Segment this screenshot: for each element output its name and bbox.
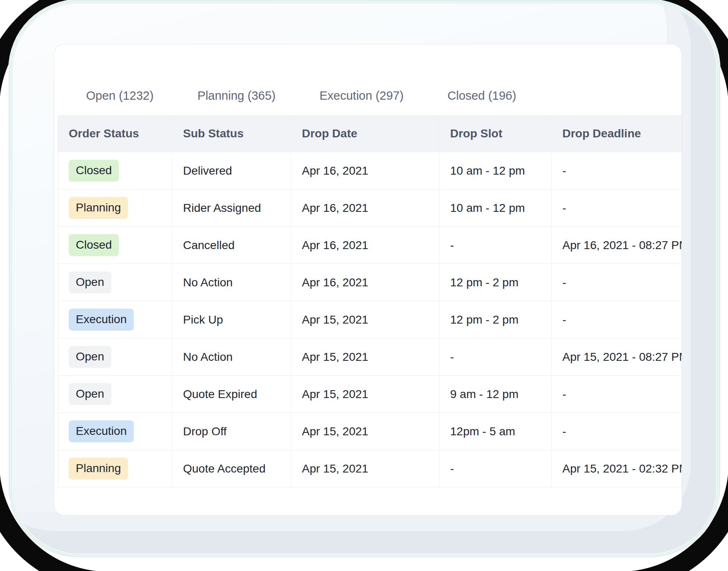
- drop-date-cell: Apr 16, 2021: [291, 264, 439, 301]
- tab-execution[interactable]: Execution (297): [319, 89, 403, 103]
- sub-status-cell: No Action: [172, 264, 291, 301]
- drop-date-cell: Apr 16, 2021: [291, 152, 439, 189]
- status-badge-open: Open: [69, 346, 111, 367]
- order-status-cell: Planning: [58, 450, 172, 487]
- column-header-sub-status: Sub Status: [172, 115, 291, 152]
- status-badge-open: Open: [69, 383, 111, 405]
- orders-table: Order StatusSub StatusDrop DateDrop Slot…: [58, 115, 682, 487]
- sub-status-cell: Delivered: [172, 152, 291, 189]
- sub-status-cell: Cancelled: [172, 227, 291, 264]
- order-status-cell: Execution: [58, 413, 172, 450]
- drop-deadline-cell: -: [552, 152, 682, 189]
- status-badge-planning: Planning: [69, 458, 128, 479]
- drop-slot-cell: 9 am - 12 pm: [439, 376, 552, 413]
- drop-date-cell: Apr 16, 2021: [291, 227, 439, 264]
- device-frame: Open (1232)Planning (365)Execution (297)…: [12, 3, 716, 554]
- tab-open[interactable]: Open (1232): [86, 89, 154, 103]
- table-row[interactable]: PlanningQuote AcceptedApr 15, 2021-Apr 1…: [58, 450, 682, 487]
- drop-date-cell: Apr 16, 2021: [291, 190, 439, 226]
- tab-closed[interactable]: Closed (196): [448, 89, 516, 103]
- drop-slot-cell: 12pm - 5 am: [439, 413, 552, 450]
- drop-deadline-cell: Apr 16, 2021 - 08:27 PM: [552, 227, 682, 264]
- drop-deadline-cell: Apr 15, 2021 - 08:27 PM: [552, 338, 682, 375]
- table-row[interactable]: OpenNo ActionApr 15, 2021-Apr 15, 2021 -…: [58, 338, 682, 376]
- table-row[interactable]: ExecutionPick UpApr 15, 202112 pm - 2 pm…: [58, 301, 682, 338]
- drop-slot-cell: 12 pm - 2 pm: [439, 301, 552, 338]
- table-row[interactable]: OpenNo ActionApr 16, 202112 pm - 2 pm-: [58, 264, 682, 301]
- table-row[interactable]: PlanningRider AssignedApr 16, 202110 am …: [58, 190, 682, 227]
- order-status-cell: Open: [58, 376, 172, 413]
- drop-deadline-cell: Apr 15, 2021 - 02:32 PM: [552, 450, 682, 487]
- order-status-cell: Closed: [58, 227, 172, 264]
- drop-date-cell: Apr 15, 2021: [291, 450, 439, 487]
- order-status-cell: Open: [58, 338, 172, 375]
- order-status-cell: Closed: [58, 152, 172, 189]
- drop-deadline-cell: -: [552, 190, 682, 226]
- table-row[interactable]: ClosedCancelledApr 16, 2021-Apr 16, 2021…: [58, 227, 682, 264]
- table-body: ClosedDeliveredApr 16, 202110 am - 12 pm…: [58, 152, 682, 487]
- drop-deadline-cell: -: [552, 413, 682, 450]
- table-row[interactable]: ClosedDeliveredApr 16, 202110 am - 12 pm…: [58, 152, 682, 190]
- column-header-drop-date: Drop Date: [291, 115, 439, 152]
- order-status-cell: Execution: [58, 301, 172, 338]
- drop-slot-cell: 10 am - 12 pm: [439, 190, 552, 226]
- status-badge-open: Open: [69, 271, 111, 293]
- sub-status-cell: Quote Accepted: [172, 450, 291, 487]
- sub-status-cell: Quote Expired: [172, 376, 291, 413]
- drop-date-cell: Apr 15, 2021: [291, 301, 439, 338]
- column-header-drop-deadline: Drop Deadline: [552, 115, 682, 152]
- status-badge-closed: Closed: [69, 234, 119, 256]
- sub-status-cell: Rider Assigned: [172, 190, 291, 226]
- sub-status-cell: Pick Up: [172, 301, 291, 338]
- status-badge-execution: Execution: [69, 420, 134, 442]
- screenshot-stage: Open (1232)Planning (365)Execution (297)…: [0, 0, 728, 571]
- sub-status-cell: Drop Off: [172, 413, 291, 450]
- column-header-drop-slot: Drop Slot: [439, 115, 552, 152]
- table-row[interactable]: OpenQuote ExpiredApr 15, 20219 am - 12 p…: [58, 376, 682, 413]
- drop-deadline-cell: -: [552, 264, 682, 301]
- drop-slot-cell: -: [439, 338, 552, 375]
- drop-deadline-cell: -: [552, 301, 682, 338]
- drop-slot-cell: -: [439, 450, 552, 487]
- drop-date-cell: Apr 15, 2021: [291, 376, 439, 413]
- order-status-cell: Planning: [58, 190, 172, 226]
- drop-date-cell: Apr 15, 2021: [291, 338, 439, 375]
- drop-deadline-cell: -: [552, 376, 682, 413]
- status-badge-closed: Closed: [69, 160, 119, 181]
- drop-slot-cell: 10 am - 12 pm: [439, 152, 552, 189]
- drop-date-cell: Apr 15, 2021: [291, 413, 439, 450]
- status-badge-execution: Execution: [69, 309, 134, 330]
- sub-status-cell: No Action: [172, 338, 291, 375]
- tab-planning[interactable]: Planning (365): [198, 89, 276, 103]
- status-tabs: Open (1232)Planning (365)Execution (297)…: [86, 87, 682, 104]
- orders-card: Open (1232)Planning (365)Execution (297)…: [54, 44, 682, 516]
- drop-slot-cell: -: [439, 227, 552, 264]
- column-header-order-status: Order Status: [58, 115, 172, 152]
- drop-slot-cell: 12 pm - 2 pm: [439, 264, 552, 301]
- order-status-cell: Open: [58, 264, 172, 301]
- table-header-row: Order StatusSub StatusDrop DateDrop Slot…: [58, 115, 682, 152]
- status-badge-planning: Planning: [69, 197, 128, 218]
- table-row[interactable]: ExecutionDrop OffApr 15, 202112pm - 5 am…: [58, 413, 682, 450]
